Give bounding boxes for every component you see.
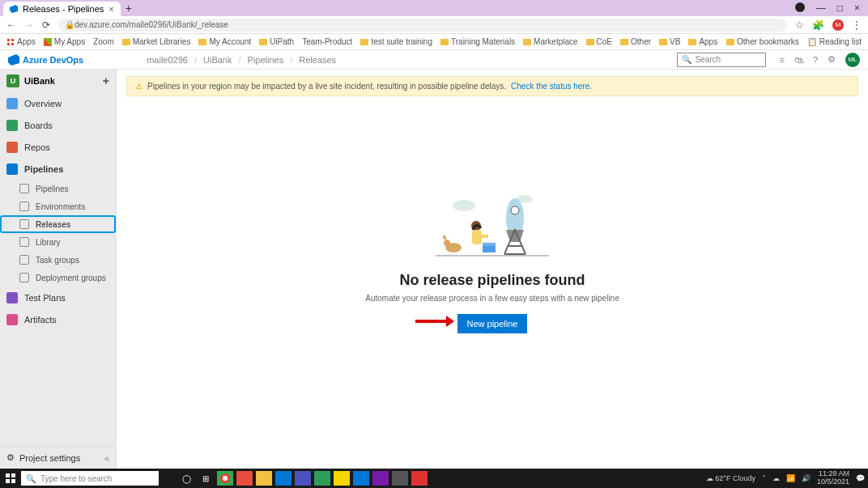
bookmark-item[interactable]: test suite training — [360, 37, 432, 46]
app-icon[interactable] — [314, 471, 330, 486]
sidebar-item-pipelines[interactable]: Pipelines — [0, 180, 116, 197]
url-input[interactable]: 🔒 dev.azure.com/maile0296/UiBank/_releas… — [58, 19, 787, 32]
list-icon: 📋 — [807, 37, 817, 46]
sidebar-item-task-groups[interactable]: Task groups — [0, 251, 116, 269]
crumb[interactable]: Releases — [299, 55, 336, 65]
bookmark-item[interactable]: CoE — [586, 37, 612, 46]
search-input[interactable]: 🔍 Search — [677, 53, 766, 67]
empty-state: No release pipelines found Automate your… — [322, 180, 662, 333]
filter-icon[interactable]: ≡ — [779, 55, 784, 65]
close-window-icon[interactable]: × — [854, 2, 860, 14]
content-area: ⚠ Pipelines in your region may be impact… — [117, 70, 868, 469]
bookmark-item[interactable]: UiPath — [259, 37, 294, 46]
task-view-icon[interactable]: ◯ — [178, 471, 194, 486]
sidebar-item-deployment-groups[interactable]: Deployment groups — [0, 269, 116, 286]
azure-devops-logo[interactable]: Azure DevOps — [8, 54, 83, 66]
notes-icon[interactable] — [334, 471, 350, 486]
windows-taskbar: 🔍 Type here to search ◯ ⊞ ☁ 62°F Cloudy … — [0, 469, 868, 488]
add-icon[interactable]: + — [103, 74, 109, 87]
svg-marker-13 — [446, 315, 454, 326]
crumb[interactable]: UiBank — [203, 55, 232, 65]
bookmark-item[interactable]: Apps — [688, 37, 717, 46]
svg-rect-6 — [480, 234, 488, 237]
taskbar-apps: ◯ ⊞ — [178, 471, 428, 486]
sound-icon[interactable]: 🔊 — [802, 474, 811, 482]
sidebar-item-releases[interactable]: Releases — [0, 215, 116, 233]
marketplace-icon[interactable]: 🛍 — [794, 55, 803, 65]
new-tab-button[interactable]: + — [121, 2, 137, 15]
bookmark-item[interactable]: Market Libraries — [122, 37, 191, 46]
notifications-icon[interactable]: 💬 — [856, 474, 865, 482]
bookmark-item[interactable]: VB — [659, 37, 680, 46]
app-icon[interactable] — [411, 471, 428, 486]
reload-icon[interactable]: ⟳ — [42, 19, 50, 31]
teams-icon[interactable] — [295, 471, 311, 486]
bookmark-item[interactable]: Zoom — [93, 37, 114, 46]
back-icon[interactable]: ← — [6, 19, 16, 31]
browser-tab[interactable]: Releases - Pipelines × — [3, 2, 121, 16]
onenote-icon[interactable] — [372, 471, 389, 486]
forward-icon[interactable]: → — [24, 19, 34, 31]
menu-icon[interactable]: ⋮ — [852, 19, 862, 31]
onedrive-icon[interactable]: ☁ — [772, 474, 780, 482]
lock-icon: 🔒 — [65, 20, 74, 29]
app-icon[interactable] — [392, 471, 408, 486]
clock[interactable]: 11:28 AM 10/5/2021 — [817, 470, 849, 486]
sidebar-item-pipelines[interactable]: Pipelines — [0, 158, 116, 180]
project-settings-link[interactable]: ⚙ Project settings « — [0, 446, 116, 469]
taskbar-search[interactable]: 🔍 Type here to search — [21, 471, 159, 486]
azure-header: Azure DevOps maile0296/ UiBank/ Pipeline… — [0, 50, 868, 70]
start-button[interactable] — [3, 471, 18, 486]
nav-sub-icon — [19, 255, 29, 265]
sidebar-item-library[interactable]: Library — [0, 233, 116, 251]
crumb[interactable]: Pipelines — [248, 55, 284, 65]
bookmark-item[interactable]: Team-Product — [302, 37, 352, 46]
collapse-icon[interactable]: « — [104, 453, 109, 463]
help-icon[interactable]: ? — [813, 55, 818, 65]
bookmark-item[interactable]: Other — [620, 37, 651, 46]
settings-icon[interactable]: ⚙ — [828, 54, 836, 65]
sidebar-item-artifacts[interactable]: Artifacts — [0, 308, 116, 330]
crumb[interactable]: maile0296 — [147, 55, 188, 65]
sidebar-item-test-plans[interactable]: Test Plans — [0, 286, 116, 308]
app-icon[interactable] — [353, 471, 369, 486]
sidebar-item-environments[interactable]: Environments — [0, 197, 116, 215]
svg-rect-16 — [6, 479, 10, 483]
project-header[interactable]: U UiBank + — [0, 70, 116, 92]
svg-rect-15 — [11, 473, 15, 477]
chrome-icon[interactable] — [217, 471, 233, 486]
wifi-icon[interactable]: 📶 — [786, 474, 795, 482]
nav-icon — [6, 120, 18, 131]
profile-badge[interactable]: M — [832, 19, 844, 31]
extension-icon[interactable]: 🧩 — [812, 19, 824, 31]
svg-rect-8 — [483, 242, 496, 245]
minimize-icon[interactable]: — — [816, 2, 826, 14]
outlook-icon[interactable] — [275, 471, 291, 486]
explorer-icon[interactable] — [256, 471, 272, 486]
tray-chevron-icon[interactable]: ˄ — [762, 474, 766, 482]
sidebar-item-overview[interactable]: Overview — [0, 92, 116, 114]
sidebar-item-boards[interactable]: Boards — [0, 114, 116, 136]
sidebar-item-label: Repos — [24, 142, 50, 152]
bookmark-item[interactable]: My Apps — [44, 37, 85, 46]
bookmark-item[interactable]: My Account — [198, 37, 251, 46]
weather-widget[interactable]: ☁ 62°F Cloudy — [706, 474, 755, 482]
star-icon[interactable]: ☆ — [795, 19, 804, 31]
maximize-icon[interactable]: □ — [837, 2, 843, 14]
reading-list[interactable]: 📋Reading list — [807, 37, 862, 46]
sidebar-item-repos[interactable]: Repos — [0, 136, 116, 158]
close-icon[interactable]: × — [108, 4, 113, 14]
app-icon[interactable] — [236, 471, 253, 486]
cortana-icon[interactable]: ⊞ — [198, 471, 214, 486]
bookmark-item[interactable]: Marketplace — [523, 37, 577, 46]
bookmark-item[interactable]: Training Materials — [440, 37, 515, 46]
project-icon: U — [6, 74, 19, 87]
banner-link[interactable]: Check the status here. — [511, 82, 592, 91]
other-bookmarks[interactable]: Other bookmarks — [726, 37, 799, 46]
new-pipeline-button[interactable]: New pipeline — [457, 313, 528, 333]
nav-sub-icon — [19, 219, 29, 229]
record-icon[interactable] — [795, 2, 805, 12]
bookmark-apps[interactable]: Apps — [6, 37, 36, 46]
nav-icon — [6, 98, 18, 109]
avatar[interactable]: ML — [845, 53, 860, 67]
